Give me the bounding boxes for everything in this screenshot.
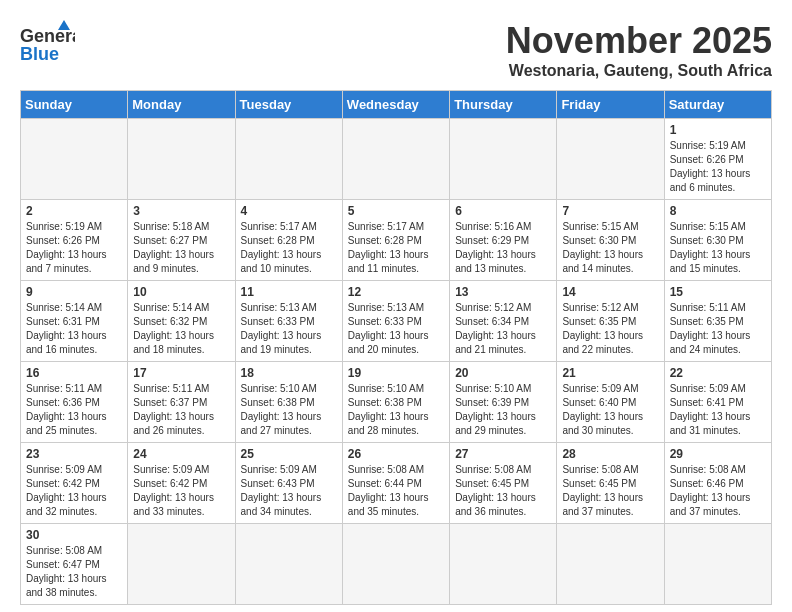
day-info: Sunrise: 5:09 AM Sunset: 6:43 PM Dayligh… bbox=[241, 463, 337, 519]
calendar-cell: 1Sunrise: 5:19 AM Sunset: 6:26 PM Daylig… bbox=[664, 119, 771, 200]
day-info: Sunrise: 5:19 AM Sunset: 6:26 PM Dayligh… bbox=[670, 139, 766, 195]
day-info: Sunrise: 5:10 AM Sunset: 6:38 PM Dayligh… bbox=[348, 382, 444, 438]
day-info: Sunrise: 5:09 AM Sunset: 6:41 PM Dayligh… bbox=[670, 382, 766, 438]
day-number: 3 bbox=[133, 204, 229, 218]
calendar-cell: 13Sunrise: 5:12 AM Sunset: 6:34 PM Dayli… bbox=[450, 281, 557, 362]
calendar-cell: 19Sunrise: 5:10 AM Sunset: 6:38 PM Dayli… bbox=[342, 362, 449, 443]
day-number: 5 bbox=[348, 204, 444, 218]
day-header-saturday: Saturday bbox=[664, 91, 771, 119]
day-header-thursday: Thursday bbox=[450, 91, 557, 119]
day-info: Sunrise: 5:08 AM Sunset: 6:46 PM Dayligh… bbox=[670, 463, 766, 519]
calendar-week-row: 23Sunrise: 5:09 AM Sunset: 6:42 PM Dayli… bbox=[21, 443, 772, 524]
calendar-cell: 22Sunrise: 5:09 AM Sunset: 6:41 PM Dayli… bbox=[664, 362, 771, 443]
day-info: Sunrise: 5:17 AM Sunset: 6:28 PM Dayligh… bbox=[241, 220, 337, 276]
day-number: 20 bbox=[455, 366, 551, 380]
calendar-cell bbox=[557, 524, 664, 605]
calendar-body: 1Sunrise: 5:19 AM Sunset: 6:26 PM Daylig… bbox=[21, 119, 772, 605]
calendar-cell: 11Sunrise: 5:13 AM Sunset: 6:33 PM Dayli… bbox=[235, 281, 342, 362]
day-number: 11 bbox=[241, 285, 337, 299]
day-number: 28 bbox=[562, 447, 658, 461]
day-info: Sunrise: 5:14 AM Sunset: 6:31 PM Dayligh… bbox=[26, 301, 122, 357]
day-info: Sunrise: 5:08 AM Sunset: 6:44 PM Dayligh… bbox=[348, 463, 444, 519]
calendar-cell bbox=[128, 119, 235, 200]
day-number: 10 bbox=[133, 285, 229, 299]
calendar-cell: 8Sunrise: 5:15 AM Sunset: 6:30 PM Daylig… bbox=[664, 200, 771, 281]
day-info: Sunrise: 5:10 AM Sunset: 6:38 PM Dayligh… bbox=[241, 382, 337, 438]
logo-icon: General Blue bbox=[20, 20, 75, 68]
logo: General Blue bbox=[20, 20, 75, 68]
day-number: 24 bbox=[133, 447, 229, 461]
calendar-table: SundayMondayTuesdayWednesdayThursdayFrid… bbox=[20, 90, 772, 605]
calendar-cell: 23Sunrise: 5:09 AM Sunset: 6:42 PM Dayli… bbox=[21, 443, 128, 524]
day-info: Sunrise: 5:14 AM Sunset: 6:32 PM Dayligh… bbox=[133, 301, 229, 357]
day-info: Sunrise: 5:18 AM Sunset: 6:27 PM Dayligh… bbox=[133, 220, 229, 276]
calendar-cell: 2Sunrise: 5:19 AM Sunset: 6:26 PM Daylig… bbox=[21, 200, 128, 281]
calendar-cell: 30Sunrise: 5:08 AM Sunset: 6:47 PM Dayli… bbox=[21, 524, 128, 605]
day-number: 23 bbox=[26, 447, 122, 461]
calendar-cell bbox=[450, 524, 557, 605]
calendar-cell: 12Sunrise: 5:13 AM Sunset: 6:33 PM Dayli… bbox=[342, 281, 449, 362]
calendar-cell: 3Sunrise: 5:18 AM Sunset: 6:27 PM Daylig… bbox=[128, 200, 235, 281]
calendar-cell bbox=[128, 524, 235, 605]
calendar-cell bbox=[664, 524, 771, 605]
day-header-tuesday: Tuesday bbox=[235, 91, 342, 119]
calendar-cell: 4Sunrise: 5:17 AM Sunset: 6:28 PM Daylig… bbox=[235, 200, 342, 281]
day-header-sunday: Sunday bbox=[21, 91, 128, 119]
day-number: 18 bbox=[241, 366, 337, 380]
day-number: 25 bbox=[241, 447, 337, 461]
calendar-cell bbox=[557, 119, 664, 200]
day-number: 30 bbox=[26, 528, 122, 542]
calendar-cell bbox=[235, 524, 342, 605]
calendar-cell: 10Sunrise: 5:14 AM Sunset: 6:32 PM Dayli… bbox=[128, 281, 235, 362]
title-area: November 2025 Westonaria, Gauteng, South… bbox=[506, 20, 772, 80]
day-info: Sunrise: 5:09 AM Sunset: 6:42 PM Dayligh… bbox=[26, 463, 122, 519]
calendar-cell: 14Sunrise: 5:12 AM Sunset: 6:35 PM Dayli… bbox=[557, 281, 664, 362]
calendar-cell: 21Sunrise: 5:09 AM Sunset: 6:40 PM Dayli… bbox=[557, 362, 664, 443]
day-number: 29 bbox=[670, 447, 766, 461]
calendar-cell: 15Sunrise: 5:11 AM Sunset: 6:35 PM Dayli… bbox=[664, 281, 771, 362]
day-info: Sunrise: 5:11 AM Sunset: 6:35 PM Dayligh… bbox=[670, 301, 766, 357]
calendar-cell: 9Sunrise: 5:14 AM Sunset: 6:31 PM Daylig… bbox=[21, 281, 128, 362]
calendar-cell: 16Sunrise: 5:11 AM Sunset: 6:36 PM Dayli… bbox=[21, 362, 128, 443]
day-info: Sunrise: 5:13 AM Sunset: 6:33 PM Dayligh… bbox=[241, 301, 337, 357]
day-number: 16 bbox=[26, 366, 122, 380]
day-info: Sunrise: 5:12 AM Sunset: 6:35 PM Dayligh… bbox=[562, 301, 658, 357]
day-number: 12 bbox=[348, 285, 444, 299]
calendar-cell: 29Sunrise: 5:08 AM Sunset: 6:46 PM Dayli… bbox=[664, 443, 771, 524]
day-number: 1 bbox=[670, 123, 766, 137]
day-number: 22 bbox=[670, 366, 766, 380]
calendar-cell: 5Sunrise: 5:17 AM Sunset: 6:28 PM Daylig… bbox=[342, 200, 449, 281]
day-number: 9 bbox=[26, 285, 122, 299]
day-number: 4 bbox=[241, 204, 337, 218]
svg-marker-2 bbox=[58, 20, 70, 30]
day-info: Sunrise: 5:10 AM Sunset: 6:39 PM Dayligh… bbox=[455, 382, 551, 438]
calendar-cell: 17Sunrise: 5:11 AM Sunset: 6:37 PM Dayli… bbox=[128, 362, 235, 443]
day-number: 21 bbox=[562, 366, 658, 380]
calendar-cell: 28Sunrise: 5:08 AM Sunset: 6:45 PM Dayli… bbox=[557, 443, 664, 524]
day-header-monday: Monday bbox=[128, 91, 235, 119]
day-info: Sunrise: 5:15 AM Sunset: 6:30 PM Dayligh… bbox=[670, 220, 766, 276]
day-number: 7 bbox=[562, 204, 658, 218]
calendar-cell bbox=[342, 524, 449, 605]
day-info: Sunrise: 5:13 AM Sunset: 6:33 PM Dayligh… bbox=[348, 301, 444, 357]
calendar-week-row: 16Sunrise: 5:11 AM Sunset: 6:36 PM Dayli… bbox=[21, 362, 772, 443]
day-info: Sunrise: 5:09 AM Sunset: 6:42 PM Dayligh… bbox=[133, 463, 229, 519]
calendar-cell: 18Sunrise: 5:10 AM Sunset: 6:38 PM Dayli… bbox=[235, 362, 342, 443]
calendar-cell: 26Sunrise: 5:08 AM Sunset: 6:44 PM Dayli… bbox=[342, 443, 449, 524]
day-info: Sunrise: 5:08 AM Sunset: 6:45 PM Dayligh… bbox=[562, 463, 658, 519]
calendar-cell: 25Sunrise: 5:09 AM Sunset: 6:43 PM Dayli… bbox=[235, 443, 342, 524]
calendar-cell: 24Sunrise: 5:09 AM Sunset: 6:42 PM Dayli… bbox=[128, 443, 235, 524]
calendar-cell bbox=[450, 119, 557, 200]
day-info: Sunrise: 5:08 AM Sunset: 6:47 PM Dayligh… bbox=[26, 544, 122, 600]
calendar-week-row: 9Sunrise: 5:14 AM Sunset: 6:31 PM Daylig… bbox=[21, 281, 772, 362]
header: General Blue November 2025 Westonaria, G… bbox=[20, 20, 772, 80]
calendar-cell bbox=[235, 119, 342, 200]
day-info: Sunrise: 5:09 AM Sunset: 6:40 PM Dayligh… bbox=[562, 382, 658, 438]
day-number: 2 bbox=[26, 204, 122, 218]
calendar-week-row: 1Sunrise: 5:19 AM Sunset: 6:26 PM Daylig… bbox=[21, 119, 772, 200]
day-number: 15 bbox=[670, 285, 766, 299]
day-info: Sunrise: 5:12 AM Sunset: 6:34 PM Dayligh… bbox=[455, 301, 551, 357]
day-number: 26 bbox=[348, 447, 444, 461]
day-number: 8 bbox=[670, 204, 766, 218]
day-header-wednesday: Wednesday bbox=[342, 91, 449, 119]
